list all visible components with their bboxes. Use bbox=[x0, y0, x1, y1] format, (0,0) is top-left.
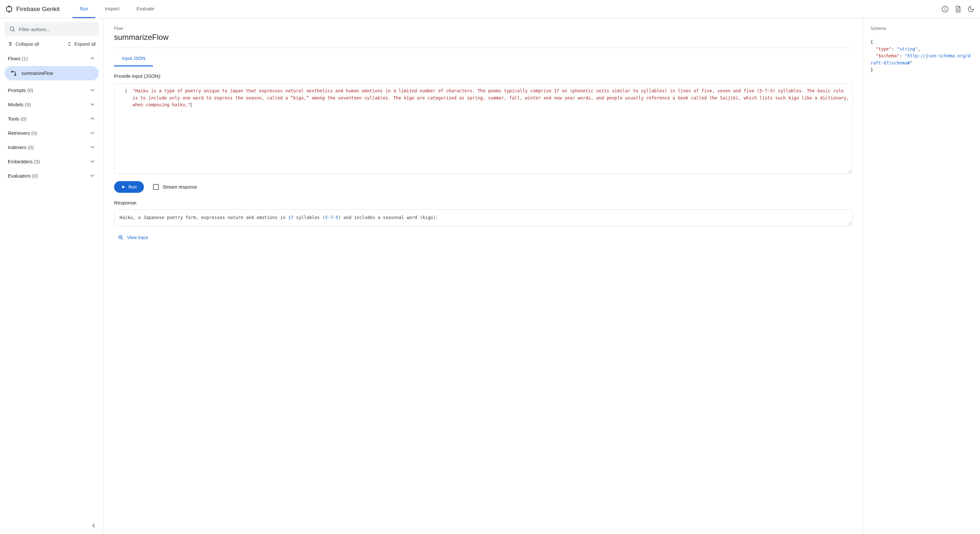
section-indexers[interactable]: Indexers (0) bbox=[5, 140, 99, 154]
page-title: summarizeFlow bbox=[114, 33, 853, 42]
section-count: (0) bbox=[27, 87, 33, 93]
nav-tabs: Run Inspect Evaluate bbox=[73, 0, 161, 18]
section-count: (0) bbox=[28, 145, 34, 150]
stream-label: Stream response bbox=[163, 184, 197, 189]
section-prompts[interactable]: Prompts (0) bbox=[5, 83, 99, 97]
breadcrumb: Flow bbox=[114, 26, 853, 31]
svg-point-5 bbox=[10, 27, 14, 31]
section-models[interactable]: Models (9) bbox=[5, 97, 99, 111]
svg-line-6 bbox=[13, 30, 15, 32]
expand-icon bbox=[67, 41, 72, 47]
schema-panel: Schema { "type": "string", "$schema": "h… bbox=[863, 18, 980, 534]
search-input[interactable] bbox=[19, 27, 94, 32]
response-output: Haiku, a Japanese poetry form, expresses… bbox=[114, 209, 853, 226]
schema-title: Schema bbox=[870, 26, 973, 31]
section-tools[interactable]: Tools (0) bbox=[5, 111, 99, 126]
section-count: (3) bbox=[34, 159, 40, 164]
tab-evaluate[interactable]: Evaluate bbox=[129, 0, 161, 18]
chevron-down-icon bbox=[89, 101, 95, 108]
search-icon bbox=[9, 26, 16, 32]
section-label: Flows bbox=[8, 56, 21, 61]
svg-line-11 bbox=[121, 238, 123, 240]
tab-input-json[interactable]: Input JSON bbox=[114, 51, 153, 67]
chevron-down-icon bbox=[89, 87, 95, 93]
logo: Firebase Genkit bbox=[5, 5, 60, 13]
chevron-down-icon bbox=[89, 130, 95, 136]
svg-marker-9 bbox=[123, 185, 125, 188]
chevron-up-icon bbox=[89, 115, 95, 122]
search-box[interactable] bbox=[5, 22, 99, 36]
tab-inspect[interactable]: Inspect bbox=[98, 0, 127, 18]
brand-name: Firebase Genkit bbox=[16, 5, 60, 13]
section-count: (0) bbox=[21, 116, 26, 121]
view-trace-label: View trace bbox=[127, 235, 148, 240]
sidebar: Collapse all Expand all Flows (1) summ bbox=[0, 18, 104, 534]
run-label: Run bbox=[128, 184, 137, 189]
stream-response-checkbox[interactable]: Stream response bbox=[153, 184, 197, 190]
section-label: Prompts bbox=[8, 87, 26, 93]
run-button[interactable]: Run bbox=[114, 181, 144, 193]
section-retrievers[interactable]: Retrievers (0) bbox=[5, 126, 99, 140]
resize-handle-icon[interactable] bbox=[848, 169, 852, 173]
section-label: Evaluators bbox=[8, 173, 31, 178]
firebase-genkit-logo-icon bbox=[5, 5, 13, 13]
chevron-down-icon bbox=[89, 172, 95, 179]
chevron-down-icon bbox=[89, 158, 95, 165]
expand-all-button[interactable]: Expand all bbox=[67, 41, 95, 47]
tab-run[interactable]: Run bbox=[73, 0, 95, 18]
section-label: Retrievers bbox=[8, 130, 30, 136]
section-flows[interactable]: Flows (1) bbox=[5, 51, 99, 65]
section-label: Tools bbox=[8, 116, 19, 121]
line-gutter: 1 bbox=[115, 84, 130, 174]
flow-icon bbox=[10, 70, 17, 76]
flow-item-label: summarizeFlow bbox=[21, 71, 53, 76]
resize-handle-icon[interactable] bbox=[848, 221, 852, 225]
section-count: (9) bbox=[25, 102, 31, 107]
zoom-in-icon bbox=[118, 235, 124, 240]
json-input-editor[interactable]: 1 "Haiku is a type of poetry unique to J… bbox=[114, 83, 853, 174]
section-label: Indexers bbox=[8, 145, 27, 150]
svg-point-8 bbox=[14, 74, 16, 76]
info-icon[interactable] bbox=[941, 5, 949, 13]
checkbox-icon bbox=[153, 184, 159, 190]
collapse-all-button[interactable]: Collapse all bbox=[8, 41, 39, 47]
chevron-up-icon bbox=[89, 55, 95, 62]
section-evaluators[interactable]: Evaluators (0) bbox=[5, 168, 99, 183]
main-content: Flow summarizeFlow Input JSON Provide in… bbox=[104, 18, 863, 534]
dark-mode-icon[interactable] bbox=[967, 5, 975, 13]
section-count: (1) bbox=[22, 56, 27, 61]
view-trace-button[interactable]: View trace bbox=[114, 233, 853, 242]
sidebar-item-summarizeflow[interactable]: summarizeFlow bbox=[5, 66, 99, 80]
collapse-all-label: Collapse all bbox=[16, 41, 39, 47]
schema-json: { "type": "string", "$schema": "http://j… bbox=[870, 38, 973, 73]
app-header: Firebase Genkit Run Inspect Evaluate bbox=[0, 0, 980, 18]
code-text: "Haiku is a type of poetry unique to Jap… bbox=[132, 88, 852, 107]
section-embedders[interactable]: Embedders (3) bbox=[5, 154, 99, 168]
document-icon[interactable] bbox=[954, 5, 962, 13]
section-label: Embedders bbox=[8, 159, 33, 164]
collapse-sidebar-button[interactable] bbox=[89, 520, 99, 531]
collapse-icon bbox=[8, 41, 13, 47]
response-label: Response: bbox=[114, 200, 853, 205]
play-icon bbox=[121, 185, 126, 189]
section-label: Models bbox=[8, 102, 23, 107]
section-count: (0) bbox=[32, 173, 38, 178]
expand-all-label: Expand all bbox=[75, 41, 95, 47]
input-label: Provide input (JSON): bbox=[114, 73, 853, 79]
svg-point-7 bbox=[11, 71, 13, 72]
section-count: (0) bbox=[32, 130, 37, 136]
chevron-down-icon bbox=[89, 144, 95, 150]
